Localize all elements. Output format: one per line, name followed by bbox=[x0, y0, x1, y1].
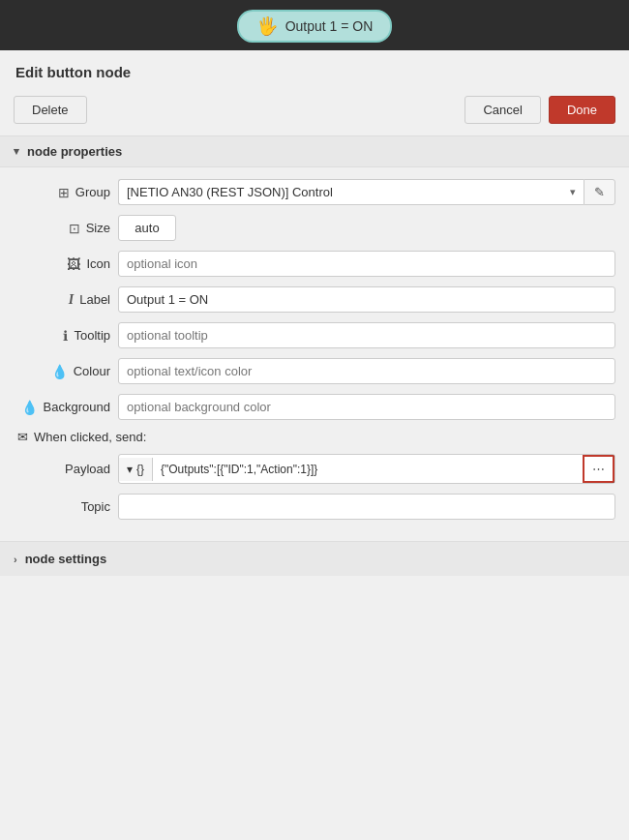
topic-field bbox=[118, 494, 615, 520]
payload-expand-button[interactable]: ⋯ bbox=[583, 455, 614, 483]
cursor-icon: 🖐 bbox=[256, 15, 278, 37]
topic-input[interactable] bbox=[118, 494, 615, 520]
background-row: 💧 Background bbox=[14, 394, 615, 420]
tooltip-label: ℹ Tooltip bbox=[14, 328, 110, 344]
chevron-right-icon: › bbox=[14, 554, 17, 565]
tooltip-label-text: Tooltip bbox=[74, 328, 110, 343]
background-field bbox=[118, 394, 615, 420]
node-title-chip: 🖐 Output 1 = ON bbox=[237, 10, 393, 43]
delete-button[interactable]: Delete bbox=[14, 96, 87, 124]
main-panel: Edit button node Delete Cancel Done ▾ no… bbox=[0, 50, 629, 840]
label-icon: I bbox=[69, 292, 74, 308]
size-field: auto bbox=[118, 215, 615, 241]
icon-field-icon: 🖼 bbox=[67, 256, 80, 272]
top-bar: 🖐 Output 1 = ON bbox=[0, 0, 629, 50]
cancel-button[interactable]: Cancel bbox=[464, 96, 540, 124]
group-edit-button[interactable]: ✎ bbox=[584, 179, 615, 205]
tooltip-row: ℹ Tooltip bbox=[14, 322, 615, 348]
icon-label: 🖼 Icon bbox=[14, 256, 110, 272]
label-label-text: Label bbox=[79, 292, 110, 307]
colour-input[interactable] bbox=[118, 358, 615, 384]
background-icon: 💧 bbox=[21, 400, 38, 415]
action-bar: Delete Cancel Done bbox=[0, 90, 629, 135]
tooltip-input[interactable] bbox=[118, 322, 615, 348]
group-icon: ⊞ bbox=[58, 185, 70, 200]
payload-row: Payload ▾ {} {"Outputs":[{"ID":1,"Action… bbox=[14, 454, 615, 484]
colour-label-text: Colour bbox=[74, 364, 110, 378]
node-properties-label: node properties bbox=[27, 144, 122, 159]
group-select[interactable]: [NETIO AN30 (REST JSON)] Control ▾ bbox=[118, 179, 584, 205]
label-row: I Label bbox=[14, 286, 615, 313]
topic-label-text: Topic bbox=[81, 499, 110, 514]
group-row: ⊞ Group [NETIO AN30 (REST JSON)] Control… bbox=[14, 179, 615, 205]
label-label: I Label bbox=[14, 292, 110, 308]
background-label-text: Background bbox=[44, 400, 110, 414]
payload-type-arrow-icon: ▾ bbox=[127, 463, 133, 476]
topic-row: Topic bbox=[14, 494, 615, 520]
when-clicked-label: ✉ When clicked, send: bbox=[14, 430, 615, 444]
icon-field bbox=[118, 251, 615, 277]
group-field: [NETIO AN30 (REST JSON)] Control ▾ ✎ bbox=[118, 179, 615, 205]
properties-area: ⊞ Group [NETIO AN30 (REST JSON)] Control… bbox=[0, 167, 629, 541]
topic-label: Topic bbox=[14, 499, 110, 514]
chevron-down-icon: ▾ bbox=[14, 145, 19, 158]
label-field bbox=[118, 286, 615, 313]
group-select-arrow-icon: ▾ bbox=[566, 186, 576, 198]
group-label: ⊞ Group bbox=[14, 185, 110, 200]
icon-row: 🖼 Icon bbox=[14, 251, 615, 277]
size-label-text: Size bbox=[86, 221, 110, 235]
colour-label: 💧 Colour bbox=[14, 364, 110, 379]
icon-input[interactable] bbox=[118, 251, 615, 277]
done-button[interactable]: Done bbox=[549, 96, 615, 124]
tooltip-icon: ℹ bbox=[63, 328, 68, 344]
colour-icon: 💧 bbox=[51, 364, 68, 379]
group-input-wrap: [NETIO AN30 (REST JSON)] Control ▾ ✎ bbox=[118, 179, 615, 205]
size-value: auto bbox=[118, 215, 176, 241]
colour-field bbox=[118, 358, 615, 384]
size-label: ⊡ Size bbox=[14, 221, 110, 236]
colour-row: 💧 Colour bbox=[14, 358, 615, 384]
when-clicked-icon: ✉ bbox=[17, 430, 28, 444]
size-icon: ⊡ bbox=[69, 221, 80, 236]
node-properties-section-header[interactable]: ▾ node properties bbox=[0, 135, 629, 167]
tooltip-field bbox=[118, 322, 615, 348]
payload-label: Payload bbox=[14, 462, 110, 476]
node-settings-label: node settings bbox=[25, 552, 107, 566]
group-label-text: Group bbox=[75, 185, 110, 199]
btn-group-right: Cancel Done bbox=[464, 96, 615, 124]
node-title-text: Output 1 = ON bbox=[285, 18, 374, 34]
background-label: 💧 Background bbox=[14, 400, 110, 415]
payload-value: {"Outputs":[{"ID":1,"Action":1}]} bbox=[153, 458, 583, 481]
payload-wrap: ▾ {} {"Outputs":[{"ID":1,"Action":1}]} ⋯ bbox=[118, 454, 615, 484]
group-select-text: [NETIO AN30 (REST JSON)] Control bbox=[127, 185, 566, 199]
payload-label-text: Payload bbox=[65, 462, 110, 476]
content-scroll[interactable]: ▾ node properties ⊞ Group [NETIO AN30 (R… bbox=[0, 135, 629, 840]
payload-type-label: {} bbox=[136, 463, 144, 476]
background-input[interactable] bbox=[118, 394, 615, 420]
label-input[interactable] bbox=[118, 286, 615, 313]
when-clicked-text: When clicked, send: bbox=[34, 430, 146, 444]
size-row: ⊡ Size auto bbox=[14, 215, 615, 241]
panel-header: Edit button node bbox=[0, 50, 629, 90]
icon-label-text: Icon bbox=[86, 256, 110, 271]
payload-field: ▾ {} {"Outputs":[{"ID":1,"Action":1}]} ⋯ bbox=[118, 454, 615, 484]
node-settings-section-header[interactable]: › node settings bbox=[0, 541, 629, 576]
payload-type-button[interactable]: ▾ {} bbox=[119, 458, 153, 481]
